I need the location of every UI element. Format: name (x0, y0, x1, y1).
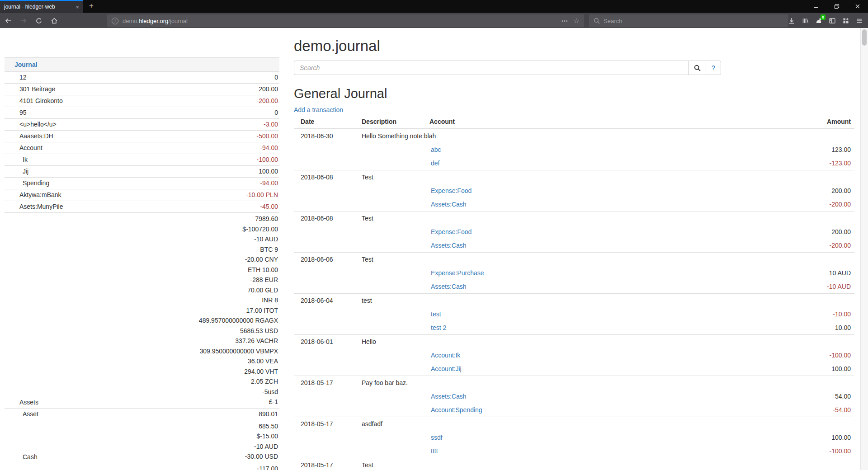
page-actions-icon[interactable]: ••• (561, 18, 568, 24)
transaction-row[interactable]: 2018-05-17 Test (294, 458, 854, 470)
sidebar-account-link[interactable]: Ik (5, 155, 28, 164)
library-icon[interactable] (798, 15, 812, 27)
sidebar-account-balance: -94.00 (42, 143, 278, 153)
menu-hamburger-icon[interactable] (853, 15, 866, 27)
posting-amount: 54.00 (835, 390, 851, 403)
transaction-date: 2018-06-08 (301, 170, 333, 184)
bookmark-star-icon[interactable]: ☆ (574, 17, 580, 25)
posting-account-link[interactable]: Assets:Cash (431, 239, 467, 252)
posting-account-link[interactable]: def (431, 156, 439, 170)
back-button[interactable] (2, 15, 14, 27)
sidebar-account-link[interactable]: 4101 Girokonto (5, 96, 63, 106)
journal-search-button[interactable] (688, 61, 706, 75)
posting-account-link[interactable]: Assets:Cash (431, 280, 467, 293)
downloads-icon[interactable] (785, 15, 798, 27)
transaction-row[interactable]: 2018-06-08 Test Expense:Food200.00Assets… (294, 170, 854, 211)
transaction-row[interactable]: 2018-06-04 test test-10.00test 210.00 (294, 293, 854, 334)
sidebar-account-link[interactable]: 95 (5, 108, 27, 118)
posting-account-link[interactable]: test (431, 307, 441, 321)
transaction-title-line: 2018-05-17 Test (294, 458, 854, 470)
url-bar[interactable]: i demo.hledger.org/journal ••• ☆ (107, 14, 584, 27)
sidebar-account-link[interactable]: Cash (5, 452, 38, 462)
header-account: Account (429, 117, 455, 127)
posting-account-link[interactable]: Assets:Cash (431, 390, 467, 403)
home-button[interactable] (48, 15, 61, 27)
posting-amount: -100.00 (830, 444, 851, 458)
sidebar-account-link[interactable]: Jij (5, 167, 28, 176)
sidebar-account-link[interactable]: <u>hello</u> (5, 120, 57, 129)
url-domain: hledger.org (139, 18, 168, 24)
sidebar-account-balance: 685.50$-15.00-10 AUD-30.00 USD (38, 421, 278, 462)
posting-account-link[interactable]: Account:Ik (431, 348, 460, 362)
window-minimize-button[interactable] (806, 0, 826, 13)
sidebar-account-link[interactable]: Account (5, 143, 42, 153)
sidebar-account-link[interactable]: 301 Beiträge (5, 85, 55, 94)
extension-pelican-icon[interactable]: 0 (812, 15, 826, 27)
sidebar-accounts: 12 0 301 Beiträge 200.00 4101 Girokonto … (5, 71, 279, 470)
posting-account-link[interactable]: abc (431, 143, 441, 156)
sidebar-journal-link[interactable]: Journal (14, 61, 38, 68)
posting-account-link[interactable]: ssdf (431, 431, 443, 444)
sidebar-account-balance: -117.00 (19, 464, 278, 470)
posting-account-link[interactable]: Assets:Cash (431, 197, 467, 211)
sidebar-account-link[interactable]: Asset (5, 409, 38, 419)
transaction-row[interactable]: 2018-05-17 Pay foo bar baz. Assets:Cash5… (294, 376, 854, 417)
sidebar-account-link[interactable]: 12 (5, 73, 27, 82)
tab-close-icon[interactable]: × (75, 4, 79, 10)
browser-tab-journal[interactable]: journal - hledger-web × (0, 0, 83, 13)
transaction-title-line: 2018-05-17 asdfadf (294, 417, 854, 431)
posting-account-link[interactable]: Account:Jij (431, 362, 462, 376)
transaction-row[interactable]: 2018-06-08 Test Expense:Food200.00Assets… (294, 211, 854, 252)
sidebar-account-link[interactable]: Aktywa:mBank (5, 190, 61, 200)
transaction-date: 2018-05-17 (301, 417, 333, 431)
new-tab-button[interactable]: + (85, 0, 98, 13)
search-icon (694, 65, 701, 71)
posting-amount: 100.00 (831, 431, 851, 444)
window-controls (806, 0, 868, 13)
window-close-button[interactable] (847, 0, 868, 13)
transaction-date: 2018-06-08 (301, 212, 333, 225)
transaction-row[interactable]: 2018-06-30 Hello Something note:blah abc… (294, 129, 854, 170)
posting-account-link[interactable]: tttt (431, 444, 438, 458)
header-description: Description (362, 117, 396, 127)
journal-search-input[interactable] (294, 61, 689, 75)
posting-amount: -10.00 (833, 307, 851, 321)
browser-search-bar[interactable]: Search (589, 14, 788, 27)
add-transaction-link[interactable]: Add a transaction (294, 105, 343, 114)
transaction-description: Pay foo bar baz. (362, 376, 408, 390)
posting-row: Assets:Cash-200.00 (294, 239, 854, 252)
forward-button[interactable] (17, 15, 30, 27)
posting-account-link[interactable]: Expense:Food (431, 184, 472, 197)
site-info-icon[interactable]: i (112, 18, 118, 24)
sidebar-account-row: Aktywa:mBank -10.00 PLN (5, 189, 279, 201)
sidebar-account-link[interactable]: Aaasets:DH (5, 132, 53, 141)
reload-button[interactable] (33, 15, 45, 27)
posting-row: test 210.00 (294, 321, 854, 334)
transaction-row[interactable]: 2018-06-06 Test Expense:Purchase10 AUDAs… (294, 252, 854, 293)
transaction-row[interactable]: 2018-06-01 Hello Account:Ik-100.00Accoun… (294, 334, 854, 376)
search-help-button[interactable]: ? (706, 61, 721, 75)
posting-amount: 10.00 (835, 321, 851, 334)
window-restore-button[interactable] (826, 0, 847, 13)
posting-account-link[interactable]: Expense:Purchase (431, 266, 484, 280)
sidebar-toggle-icon[interactable] (826, 15, 839, 27)
toolbar-icons: 0 (785, 15, 866, 27)
sidebar-account-row: Asset 890.01 (5, 408, 279, 420)
posting-row: Account:Ik-100.00 (294, 348, 854, 362)
posting-row: Expense:Food200.00 (294, 184, 854, 197)
posting-account-link[interactable]: Expense:Food (431, 225, 472, 239)
sidebar-account-link[interactable]: Assets (5, 398, 38, 407)
sidebar-account-link[interactable]: Spending (5, 179, 49, 188)
transaction-title-line: 2018-06-08 Test (294, 170, 854, 184)
grid-add-icon[interactable] (839, 15, 853, 27)
vertical-scrollbar[interactable] (860, 28, 868, 470)
posting-account-link[interactable]: test 2 (431, 321, 446, 334)
tab-bar: journal - hledger-web × + (0, 0, 868, 13)
scrollbar-thumb[interactable] (862, 29, 867, 46)
sidebar-account-link[interactable]: Asets:MunyPile (5, 202, 63, 212)
transaction-row[interactable]: 2018-05-17 asdfadf ssdf100.00tttt-100.00 (294, 417, 854, 458)
tab-title: journal - hledger-web (4, 4, 73, 10)
sidebar-account-balance: 100.00 (28, 167, 278, 176)
posting-account-link[interactable]: Account:Spending (431, 403, 482, 417)
url-text: demo.hledger.org/journal (123, 18, 561, 24)
